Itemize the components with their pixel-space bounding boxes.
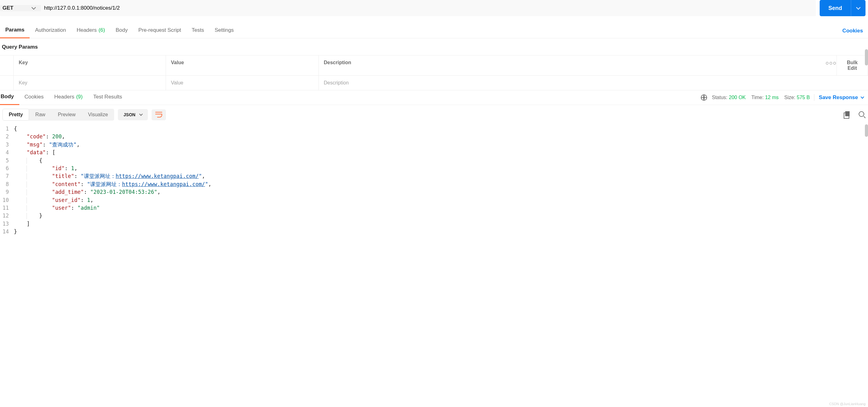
request-bar: GET Send	[0, 0, 868, 16]
line-gutter: 1 2 3 4 5 6 7 8 9 10 11 12 13 14	[0, 125, 14, 236]
status-meta[interactable]: Status: 200 OK	[712, 95, 746, 100]
params-header-row: Key Value Description ○○○ Bulk Edit	[0, 56, 868, 75]
chevron-down-icon	[856, 5, 861, 10]
chevron-down-icon	[139, 112, 143, 115]
view-mode-row: Pretty Raw Preview Visualize JSON	[0, 105, 868, 124]
resp-headers-count: (9)	[76, 94, 83, 100]
scrollbar[interactable]	[865, 49, 868, 65]
tab-tests[interactable]: Tests	[186, 24, 209, 38]
request-tabs: Params Authorization Headers (6) Body Pr…	[0, 24, 868, 38]
tab-prerequest[interactable]: Pre-request Script	[133, 24, 186, 38]
response-tabs: Body Cookies Headers (9) Test Results St…	[0, 90, 868, 105]
globe-icon[interactable]	[701, 94, 707, 101]
send-options[interactable]	[851, 0, 866, 16]
checkbox-cell[interactable]	[0, 76, 14, 90]
raw-button[interactable]: Raw	[29, 109, 52, 121]
value-input[interactable]	[171, 80, 313, 86]
query-params-title: Query Params	[0, 38, 868, 55]
key-header: Key	[14, 56, 166, 75]
key-input[interactable]	[19, 80, 161, 86]
description-input[interactable]	[324, 80, 863, 86]
tab-resp-body[interactable]: Body	[0, 90, 19, 105]
view-segment: Pretty Raw Preview Visualize	[2, 109, 114, 121]
tab-body[interactable]: Body	[111, 24, 133, 38]
value-header: Value	[166, 56, 319, 75]
bulk-edit-button[interactable]: Bulk Edit	[837, 56, 868, 75]
size-meta[interactable]: Size: 575 B	[784, 95, 810, 100]
tab-resp-headers[interactable]: Headers (9)	[49, 91, 88, 104]
format-select[interactable]: JSON	[118, 109, 148, 120]
tab-test-results[interactable]: Test Results	[88, 91, 128, 104]
divider	[814, 94, 814, 101]
response-body[interactable]: 1 2 3 4 5 6 7 8 9 10 11 12 13 14 { "code…	[0, 124, 868, 237]
more-options[interactable]: ○○○	[820, 56, 837, 75]
method-label: GET	[2, 5, 13, 11]
url-box: GET	[0, 0, 816, 16]
method-select[interactable]: GET	[0, 5, 41, 11]
wrap-icon	[155, 112, 162, 117]
tab-headers[interactable]: Headers (6)	[71, 24, 111, 38]
save-response-button[interactable]: Save Response	[819, 94, 868, 101]
tab-settings[interactable]: Settings	[209, 24, 239, 38]
headers-count: (6)	[98, 27, 105, 33]
code-content[interactable]: { "code": 200, "msg": "查询成功", "data": [ …	[14, 125, 211, 236]
wrap-button[interactable]	[152, 109, 166, 120]
cookies-link[interactable]: Cookies	[842, 28, 868, 34]
dots-icon: ○○○	[826, 60, 837, 66]
tab-authorization[interactable]: Authorization	[30, 24, 71, 38]
chevron-down-icon	[861, 95, 864, 99]
params-table: Key Value Description ○○○ Bulk Edit	[0, 55, 868, 90]
tab-resp-cookies[interactable]: Cookies	[19, 91, 49, 104]
url-input[interactable]	[41, 5, 816, 11]
send-label: Send	[820, 5, 851, 11]
copy-icon[interactable]	[844, 111, 850, 118]
search-icon[interactable]	[859, 111, 866, 118]
send-button[interactable]: Send	[820, 0, 866, 16]
tab-params[interactable]: Params	[0, 24, 30, 38]
visualize-button[interactable]: Visualize	[82, 109, 114, 121]
params-input-row	[0, 75, 868, 90]
chevron-down-icon	[31, 5, 36, 10]
time-meta[interactable]: Time: 12 ms	[751, 95, 778, 100]
preview-button[interactable]: Preview	[52, 109, 82, 121]
description-header: Description	[319, 56, 820, 75]
response-meta: Status: 200 OK Time: 12 ms Size: 575 B	[712, 95, 810, 100]
scrollbar[interactable]	[865, 124, 868, 137]
pretty-button[interactable]: Pretty	[2, 109, 29, 121]
checkbox-header	[0, 56, 14, 75]
